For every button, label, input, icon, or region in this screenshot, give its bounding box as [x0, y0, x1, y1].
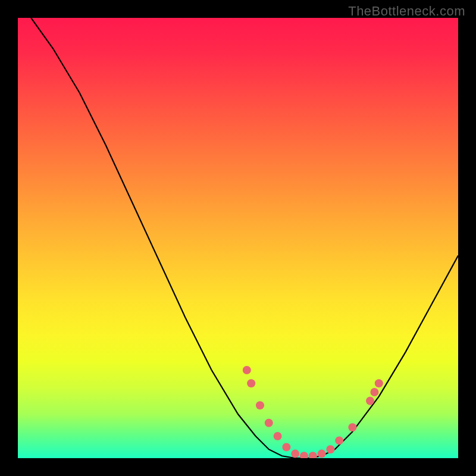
data-dot — [309, 452, 317, 458]
chart-svg — [18, 18, 458, 458]
bottleneck-curve — [31, 18, 458, 458]
data-dot — [265, 419, 273, 427]
data-dot — [326, 445, 334, 453]
data-dot — [335, 436, 343, 444]
data-dot — [370, 388, 378, 396]
data-dot — [366, 397, 374, 405]
data-dot — [291, 450, 299, 458]
data-dot — [300, 452, 308, 458]
data-dot — [274, 432, 282, 440]
watermark-text: TheBottleneck.com — [348, 4, 465, 19]
data-dot — [318, 450, 326, 458]
data-dots-group — [243, 366, 383, 458]
data-dot — [243, 366, 251, 374]
data-dot — [375, 379, 383, 387]
chart-plot-area — [18, 18, 458, 458]
data-dot — [282, 443, 290, 452]
data-dot — [348, 423, 356, 431]
data-dot — [247, 379, 255, 387]
data-dot — [256, 401, 264, 409]
